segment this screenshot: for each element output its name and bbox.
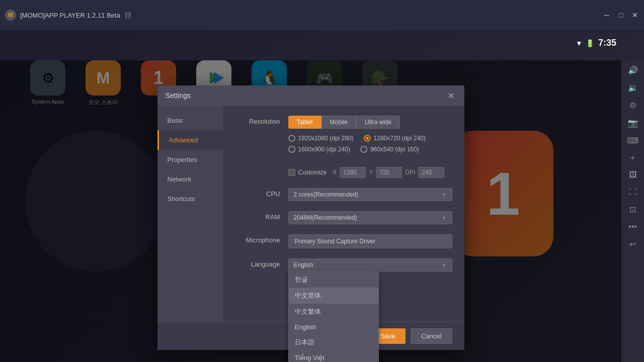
language-dropdown-menu: 한글 中文简体 中文繁体 English 日本語 Tiếng Việt [288, 272, 379, 362]
settings-body: Basic Advanced Properties Network Shortc… [157, 106, 464, 322]
mobile-button[interactable]: Mobile [321, 116, 356, 129]
status-icons: ▼ 🔋 [576, 39, 594, 47]
y-input[interactable] [376, 167, 402, 178]
res-1600-label: 1600x900 (dpi 240) [298, 146, 350, 153]
settings-dialog: Settings ✕ Basic Advanced Properties Net… [157, 85, 464, 350]
settings-dialog-title: Settings [166, 92, 191, 100]
language-dropdown[interactable]: English ▼ [288, 258, 452, 272]
language-dropdown-container: English ▼ 한글 中文简体 中文繁体 English 日本語 Tiếng [288, 258, 452, 272]
microphone-row: Microphone Primary Sound Capture Driver [235, 234, 452, 248]
x-label: X [333, 169, 337, 176]
customize-row: Customize X Y DPI [235, 163, 452, 178]
close-button[interactable]: ✕ [631, 11, 639, 19]
res-960-radio[interactable] [360, 146, 367, 153]
resolution-presets: 1920x1080 (dpi 280) 644x362 (dpi 240) 1… [288, 135, 452, 153]
customize-control: Customize X Y DPI [288, 167, 445, 178]
cpu-dropdown-arrow: ▼ [442, 192, 447, 198]
battery-icon: 🔋 [586, 39, 594, 47]
sidebar-back[interactable]: ↩ [629, 239, 636, 249]
ultrawide-button[interactable]: Ultra wide [356, 116, 400, 129]
sidebar-add[interactable]: + [630, 153, 635, 162]
resolution-label: Resolution [235, 116, 280, 125]
customize-checkbox-item[interactable]: Customize [288, 169, 327, 176]
maximize-button[interactable]: □ [617, 11, 625, 19]
microphone-value: Primary Sound Capture Driver [295, 238, 376, 245]
app-title-area: M [MOMO]APP PLAYER 1.2.11 Beta ⛓ [5, 10, 131, 21]
res-1920-label: 1920x1080 (dpi 280) [298, 135, 354, 142]
sidebar-settings[interactable]: ⚙ [629, 101, 636, 110]
resolution-control: Tablet Mobile Ultra wide 1920x1080 (dpi … [288, 116, 452, 153]
tablet-button[interactable]: Tablet [288, 116, 321, 129]
customize-checkbox[interactable] [288, 169, 295, 176]
settings-content: Resolution Tablet Mobile Ultra wide 1920 [223, 106, 464, 322]
res-1280-item[interactable]: 644x362 (dpi 240) [364, 135, 426, 142]
coord-group: X Y DPI [333, 167, 444, 178]
ram-dropdown[interactable]: 2048M(Recommended) ▼ [288, 211, 452, 224]
cpu-dropdown[interactable]: 2 cores(Recommended) ▼ [288, 188, 452, 201]
cpu-value: 2 cores(Recommended) [294, 191, 359, 198]
language-value: English [294, 261, 313, 268]
clock: 7:35 [598, 38, 616, 48]
link-icon: ⛓ [124, 11, 131, 19]
settings-overlay: Settings ✕ Basic Advanced Properties Net… [0, 60, 621, 362]
res-1280-label: 644x362 (dpi 240) [374, 135, 426, 142]
sidebar-keyboard[interactable]: ⌨ [627, 136, 638, 145]
ram-control: 2048M(Recommended) ▼ [288, 211, 452, 224]
minimize-button[interactable]: ─ [603, 11, 611, 19]
sidebar-expand[interactable]: ⛶ [629, 188, 637, 197]
microphone-label: Microphone [235, 234, 280, 244]
sidebar-shrink[interactable]: ⊡ [629, 205, 636, 214]
res-1280-radio[interactable] [364, 135, 371, 142]
sidebar-more[interactable]: ••• [628, 222, 637, 231]
customize-label: Customize [298, 169, 327, 176]
nav-basic[interactable]: Basic [157, 111, 223, 130]
sidebar-image[interactable]: 🖼 [629, 170, 637, 179]
language-option-chinese-simplified[interactable]: 中文简体 [289, 288, 378, 304]
ram-value: 2048M(Recommended) [294, 214, 357, 221]
ram-dropdown-arrow: ▼ [442, 215, 447, 221]
right-sidebar: 🔊 🔉 ⚙ 📷 ⌨ + 🖼 ⛶ ⊡ ••• ↩ [621, 60, 644, 362]
language-option-korean[interactable]: 한글 [289, 272, 378, 288]
language-row: Language English ▼ 한글 中文简体 中文繁体 [235, 258, 452, 272]
res-960-item[interactable]: 960x540 (dpi 160) [360, 146, 419, 153]
microphone-dropdown[interactable]: Primary Sound Capture Driver [288, 234, 452, 248]
customize-spacer [235, 163, 280, 165]
emulator-background: ⚙ System Apps M 모모 스토어 1 🐧 🎮 🪖 [0, 30, 644, 362]
res-1920-radio[interactable] [288, 135, 295, 142]
time-display: ▼ 🔋 7:35 [576, 38, 616, 48]
dpi-label: DPI [405, 169, 415, 176]
cpu-label: CPU [235, 188, 280, 198]
cancel-button[interactable]: Cancel [411, 328, 452, 344]
nav-advanced[interactable]: Advanced [157, 130, 223, 150]
language-control: English ▼ 한글 中文简体 中文繁体 English 日本語 Tiếng [288, 258, 452, 272]
language-option-vietnamese[interactable]: Tiếng Việt [289, 350, 378, 362]
settings-nav: Basic Advanced Properties Network Shortc… [157, 106, 223, 322]
language-option-japanese[interactable]: 日本語 [289, 334, 378, 350]
dpi-input[interactable] [418, 167, 444, 178]
nav-network[interactable]: Network [157, 169, 223, 189]
y-label: Y [369, 169, 373, 176]
settings-close-button[interactable]: ✕ [446, 90, 456, 101]
app-logo: M [5, 10, 16, 21]
sidebar-screenshot[interactable]: 📷 [628, 118, 638, 128]
sidebar-volume-low[interactable]: 🔉 [628, 83, 638, 93]
res-1600-item[interactable]: 1600x900 (dpi 240) [288, 146, 350, 153]
res-1920-item[interactable]: 1920x1080 (dpi 280) [288, 135, 354, 142]
sidebar-volume-high[interactable]: 🔊 [628, 65, 638, 75]
cpu-row: CPU 2 cores(Recommended) ▼ [235, 188, 452, 201]
language-option-chinese-traditional[interactable]: 中文繁体 [289, 304, 378, 320]
language-label: Language [235, 258, 280, 268]
settings-titlebar: Settings ✕ [157, 85, 464, 106]
language-option-english[interactable]: English [289, 320, 378, 334]
nav-properties[interactable]: Properties [157, 150, 223, 169]
resolution-mode-group: Tablet Mobile Ultra wide [288, 116, 452, 129]
microphone-control: Primary Sound Capture Driver [288, 234, 452, 248]
wifi-icon: ▼ [576, 39, 583, 47]
ram-row: RAM 2048M(Recommended) ▼ [235, 211, 452, 224]
title-bar: M [MOMO]APP PLAYER 1.2.11 Beta ⛓ ─ □ ✕ [0, 0, 644, 30]
cpu-control: 2 cores(Recommended) ▼ [288, 188, 452, 201]
ram-label: RAM [235, 211, 280, 221]
nav-shortcuts[interactable]: Shortcuts [157, 189, 223, 209]
res-1600-radio[interactable] [288, 146, 295, 153]
x-input[interactable] [340, 167, 366, 178]
